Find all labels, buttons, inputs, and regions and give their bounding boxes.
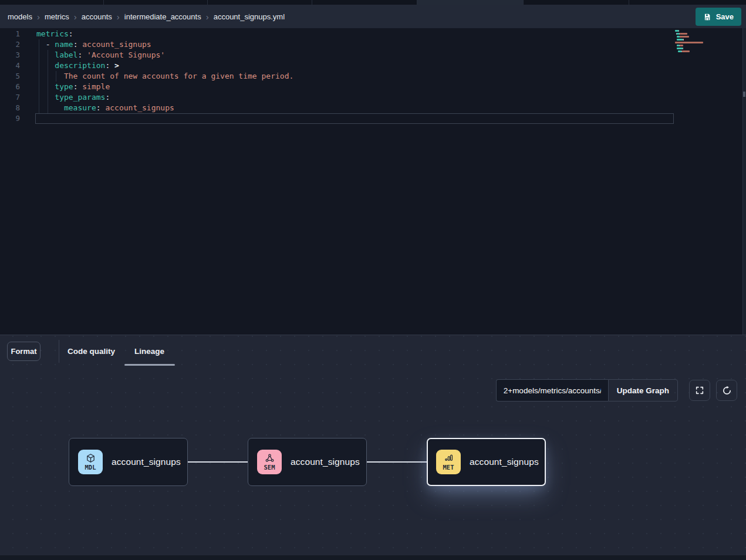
- breadcrumb-item[interactable]: metrics: [45, 12, 69, 21]
- code-lines: 1metrics:2 - name: account_signups3 labe…: [0, 28, 746, 124]
- metric-node-icon-box: MET: [436, 450, 461, 474]
- editor-scrollbar[interactable]: [742, 28, 746, 335]
- lineage-controls: Update Graph: [496, 379, 737, 402]
- code-line[interactable]: 9: [0, 113, 746, 124]
- panel-header-divider: [59, 340, 59, 363]
- indent-guide: [56, 71, 56, 82]
- editor-tab-strip: [0, 0, 746, 5]
- breadcrumb-bar: models›metrics›accounts›intermediate_acc…: [0, 5, 746, 28]
- file-tab[interactable]: [0, 0, 104, 5]
- breadcrumb-item[interactable]: intermediate_accounts: [124, 12, 201, 21]
- code-text: measure: account_signups: [23, 103, 174, 113]
- code-text: type: simple: [23, 82, 110, 92]
- code-line[interactable]: 4 description: >: [0, 60, 746, 71]
- node-label: account_signups: [112, 457, 181, 467]
- node-badge: SEM: [264, 464, 275, 471]
- refresh-button[interactable]: [716, 380, 737, 401]
- tab-code-quality[interactable]: Code quality: [67, 335, 115, 367]
- code-text: description: >: [23, 60, 119, 71]
- lineage-node-model[interactable]: MDL account_signups: [69, 438, 188, 486]
- tab-lineage[interactable]: Lineage: [134, 335, 164, 367]
- indent-guide: [39, 39, 39, 113]
- breadcrumb-chevron-icon: ›: [117, 12, 120, 21]
- refresh-icon: [722, 386, 732, 396]
- editor-scrollbar-thumb[interactable]: [743, 92, 745, 97]
- lineage-filter-input[interactable]: [496, 379, 608, 402]
- code-line[interactable]: 6 type: simple: [0, 82, 746, 92]
- save-disk-icon: [703, 13, 711, 21]
- model-node-icon-box: MDL: [78, 450, 103, 474]
- lineage-edge: [188, 461, 248, 463]
- fullscreen-icon: [695, 386, 704, 395]
- breadcrumb-chevron-icon: ›: [74, 12, 77, 21]
- code-line[interactable]: 1metrics:: [0, 29, 746, 39]
- file-tab[interactable]: [312, 0, 417, 5]
- file-tab[interactable]: [629, 0, 746, 5]
- lineage-node-semantic-model[interactable]: SEM account_signups: [248, 438, 367, 486]
- line-number: 4: [0, 60, 23, 71]
- indent-guide: [48, 50, 48, 113]
- line-number: 6: [0, 82, 23, 92]
- breadcrumb-chevron-icon: ›: [37, 12, 40, 21]
- code-text: label: 'Account Signups': [23, 50, 165, 60]
- save-button[interactable]: Save: [696, 8, 741, 26]
- code-line[interactable]: 8 measure: account_signups: [0, 103, 746, 113]
- file-tab-active[interactable]: [417, 0, 524, 5]
- lineage-node-metric[interactable]: MET account_signups: [427, 438, 546, 486]
- semantic-node-icon-box: SEM: [257, 450, 282, 474]
- line-number: 8: [0, 103, 23, 113]
- file-tab[interactable]: [524, 0, 629, 5]
- breadcrumb: models›metrics›accounts›intermediate_acc…: [8, 12, 285, 21]
- bottom-panel: Format Code quality Lineage Update Graph: [0, 335, 746, 555]
- update-graph-button[interactable]: Update Graph: [608, 379, 678, 402]
- breadcrumb-item[interactable]: account_signups.yml: [214, 12, 285, 21]
- code-line[interactable]: 5 The count of new accounts for a given …: [0, 71, 746, 82]
- semantic-model-icon: [265, 453, 275, 463]
- code-line[interactable]: 3 label: 'Account Signups': [0, 50, 746, 60]
- metric-chart-icon: [444, 453, 454, 463]
- code-editor[interactable]: 1metrics:2 - name: account_signups3 labe…: [0, 28, 746, 335]
- line-number: 2: [0, 39, 23, 50]
- node-badge: MET: [443, 464, 454, 471]
- model-cube-icon: [86, 453, 96, 463]
- code-line[interactable]: 7 type_params:: [0, 92, 746, 103]
- code-text: [23, 113, 36, 124]
- line-number: 7: [0, 92, 23, 103]
- code-text: - name: account_signups: [23, 39, 151, 50]
- file-tab[interactable]: [208, 0, 312, 5]
- node-label: account_signups: [291, 457, 360, 467]
- save-button-label: Save: [716, 12, 734, 21]
- breadcrumb-item[interactable]: accounts: [82, 12, 112, 21]
- node-badge: MDL: [85, 464, 96, 471]
- bottom-strip: [0, 555, 746, 560]
- line-number: 9: [0, 113, 23, 124]
- breadcrumb-chevron-icon: ›: [206, 12, 209, 21]
- node-label: account_signups: [470, 457, 539, 467]
- lineage-edge: [367, 461, 427, 463]
- breadcrumb-item[interactable]: models: [8, 12, 32, 21]
- fullscreen-button[interactable]: [689, 380, 710, 401]
- file-tab[interactable]: [104, 0, 208, 5]
- line-number: 1: [0, 29, 23, 39]
- code-line[interactable]: 2 - name: account_signups: [0, 39, 746, 50]
- minimap[interactable]: [675, 30, 711, 56]
- lineage-filter-group: Update Graph: [496, 379, 678, 402]
- code-text: type_params:: [23, 92, 110, 103]
- code-text: The count of new accounts for a given ti…: [23, 71, 293, 82]
- current-line-highlight: [35, 113, 674, 124]
- panel-tabs: Code quality Lineage: [67, 335, 164, 367]
- format-button[interactable]: Format: [7, 342, 40, 361]
- code-text: metrics:: [23, 29, 73, 39]
- line-number: 3: [0, 50, 23, 60]
- line-number: 5: [0, 71, 23, 82]
